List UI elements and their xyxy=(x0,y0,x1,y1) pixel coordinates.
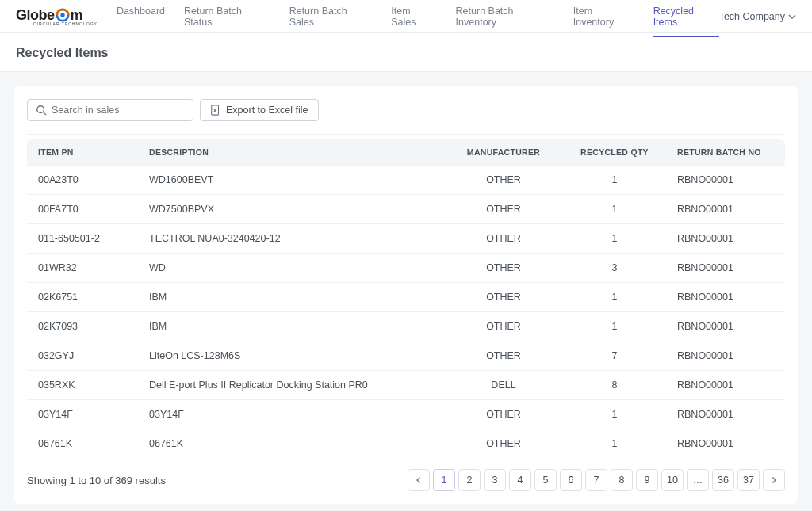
nav-item-item-inventory[interactable]: Item Inventory xyxy=(573,0,634,37)
main-nav: DashboardReturn Batch StatusReturn Batch… xyxy=(117,0,719,37)
chevron-left-icon xyxy=(415,476,423,484)
cell-return_batch_no: RBNO00001 xyxy=(666,429,785,459)
nav-item-return-batch-inventory[interactable]: Return Batch Inventory xyxy=(456,0,554,37)
page-title: Recycled Items xyxy=(16,46,796,60)
cell-return_batch_no: RBNO00001 xyxy=(666,371,785,400)
cell-recycled_qty: 1 xyxy=(563,195,666,224)
search-wrap[interactable] xyxy=(27,99,193,121)
cell-manufacturer: OTHER xyxy=(444,224,563,254)
page-3[interactable]: 3 xyxy=(484,469,506,491)
cell-description: WD7500BPVX xyxy=(138,195,444,224)
search-input[interactable] xyxy=(52,105,185,116)
svg-point-1 xyxy=(60,13,64,17)
top-navbar: Globe m CIRCULAR TECHNOLOGY DashboardRet… xyxy=(0,0,812,33)
cell-return_batch_no: RBNO00001 xyxy=(666,341,785,371)
cell-manufacturer: OTHER xyxy=(444,283,563,312)
export-label: Export to Excel file xyxy=(226,105,308,116)
cell-description: TECTROL NUA0-3240420-12 xyxy=(138,224,444,254)
cell-description: 03Y14F xyxy=(138,400,444,429)
page-9[interactable]: 9 xyxy=(636,469,658,491)
page-5[interactable]: 5 xyxy=(534,469,557,491)
page-6[interactable]: 6 xyxy=(560,469,582,491)
cell-return_batch_no: RBNO00001 xyxy=(666,224,785,254)
table-row[interactable]: 035RXKDell E-port Plus II Replicator Doc… xyxy=(27,371,785,400)
page-10[interactable]: 10 xyxy=(661,469,684,491)
company-dropdown[interactable]: Tech Company xyxy=(719,11,796,22)
cell-item_pn: 02K6751 xyxy=(27,283,138,312)
page-8[interactable]: 8 xyxy=(611,469,633,491)
cell-recycled_qty: 1 xyxy=(563,283,666,312)
nav-item-return-batch-sales[interactable]: Return Batch Sales xyxy=(289,0,373,37)
cell-recycled_qty: 8 xyxy=(563,371,666,400)
nav-item-recycled-items[interactable]: Recycled Items xyxy=(653,0,719,37)
page-prev[interactable] xyxy=(408,469,430,491)
cell-recycled_qty: 1 xyxy=(563,166,666,195)
company-name: Tech Company xyxy=(719,11,785,22)
cell-return_batch_no: RBNO00001 xyxy=(666,254,785,283)
cell-recycled_qty: 3 xyxy=(563,254,666,283)
cell-return_batch_no: RBNO00001 xyxy=(666,195,785,224)
table-row[interactable]: 06761K06761KOTHER1RBNO00001 xyxy=(27,429,785,459)
nav-item-dashboard[interactable]: Dashboard xyxy=(117,0,165,37)
cell-manufacturer: OTHER xyxy=(444,400,563,429)
col-item-pn[interactable]: ITEM PN xyxy=(27,139,138,166)
page-2[interactable]: 2 xyxy=(458,469,481,491)
recycled-items-table: ITEM PN DESCRIPTION MANUFACTURER RECYCLE… xyxy=(27,139,785,458)
cell-description: IBM xyxy=(138,312,444,341)
cell-description: WD xyxy=(138,254,444,283)
toolbar: Export to Excel file xyxy=(27,99,785,121)
cell-return_batch_no: RBNO00001 xyxy=(666,166,785,195)
cell-recycled_qty: 1 xyxy=(563,429,666,459)
divider xyxy=(27,134,785,135)
table-row[interactable]: 03Y14F03Y14FOTHER1RBNO00001 xyxy=(27,400,785,429)
cell-description: IBM xyxy=(138,283,444,312)
cell-return_batch_no: RBNO00001 xyxy=(666,312,785,341)
results-text: Showing 1 to 10 of 369 results xyxy=(27,475,166,486)
page-4[interactable]: 4 xyxy=(509,469,531,491)
cell-item_pn: 01WR32 xyxy=(27,254,138,283)
table-row[interactable]: 01WR32WDOTHER3RBNO00001 xyxy=(27,254,785,283)
cell-manufacturer: OTHER xyxy=(444,312,563,341)
cell-recycled_qty: 7 xyxy=(563,341,666,371)
cell-item_pn: 00FA7T0 xyxy=(27,195,138,224)
page-1[interactable]: 1 xyxy=(433,469,455,491)
brand-logo[interactable]: Globe m CIRCULAR TECHNOLOGY xyxy=(16,7,98,26)
nav-item-return-batch-status[interactable]: Return Batch Status xyxy=(184,0,270,37)
col-description[interactable]: DESCRIPTION xyxy=(138,139,444,166)
globe-icon xyxy=(56,8,70,22)
cell-recycled_qty: 1 xyxy=(563,224,666,254)
pagination: 12345678910…3637 xyxy=(408,469,785,491)
page-ellipsis[interactable]: … xyxy=(687,469,709,491)
chevron-down-icon xyxy=(788,13,796,21)
table-row[interactable]: 00FA7T0WD7500BPVXOTHER1RBNO00001 xyxy=(27,195,785,224)
page-next[interactable] xyxy=(763,469,785,491)
page-37[interactable]: 37 xyxy=(737,469,760,491)
cell-item_pn: 03Y14F xyxy=(27,400,138,429)
chevron-right-icon xyxy=(770,476,778,484)
excel-file-icon xyxy=(210,105,221,116)
nav-item-item-sales[interactable]: Item Sales xyxy=(391,0,436,37)
cell-item_pn: 032GYJ xyxy=(27,341,138,371)
col-return-batch-no[interactable]: RETURN BATCH NO xyxy=(666,139,785,166)
cell-item_pn: 02K7093 xyxy=(27,312,138,341)
table-row[interactable]: 02K7093IBMOTHER1RBNO00001 xyxy=(27,312,785,341)
cell-recycled_qty: 1 xyxy=(563,400,666,429)
page-36[interactable]: 36 xyxy=(712,469,734,491)
page-title-row: Recycled Items xyxy=(0,33,812,72)
page-7[interactable]: 7 xyxy=(585,469,607,491)
cell-return_batch_no: RBNO00001 xyxy=(666,283,785,312)
cell-item_pn: 035RXK xyxy=(27,371,138,400)
table-row[interactable]: 032GYJLiteOn LCS-128M6SOTHER7RBNO00001 xyxy=(27,341,785,371)
cell-description: Dell E-port Plus II Replicator Docking S… xyxy=(138,371,444,400)
cell-manufacturer: DELL xyxy=(444,371,563,400)
col-manufacturer[interactable]: MANUFACTURER xyxy=(444,139,563,166)
cell-return_batch_no: RBNO00001 xyxy=(666,400,785,429)
col-recycled-qty[interactable]: RECYCLED QTY xyxy=(563,139,666,166)
table-footer: Showing 1 to 10 of 369 results 123456789… xyxy=(27,469,785,491)
cell-manufacturer: OTHER xyxy=(444,166,563,195)
export-button[interactable]: Export to Excel file xyxy=(200,99,319,121)
table-row[interactable]: 02K6751IBMOTHER1RBNO00001 xyxy=(27,283,785,312)
table-row[interactable]: 011-650501-2TECTROL NUA0-3240420-12OTHER… xyxy=(27,224,785,254)
table-row[interactable]: 00A23T0WD1600BEVTOTHER1RBNO00001 xyxy=(27,166,785,195)
cell-manufacturer: OTHER xyxy=(444,254,563,283)
